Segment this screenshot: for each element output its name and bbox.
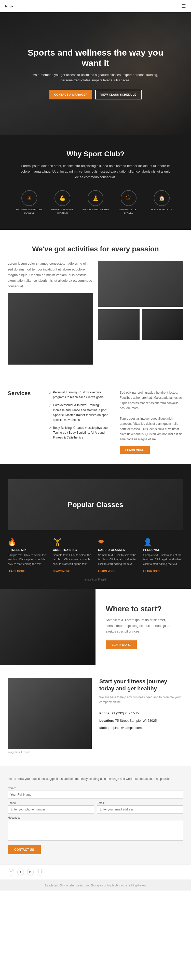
cardio-icon: ❤	[98, 538, 138, 546]
classes-grid: 🔥 FITNESS MIX Sample text. Click to sele…	[8, 538, 183, 573]
why-icons-row: ⊞ UNLIMITED SIGNATURE CLASSES 💪 EXPERT P…	[10, 190, 181, 215]
why-label-1: EXPERT PERSONAL TRAINING	[48, 208, 76, 215]
why-section: Why Sport Club? Lorem ipsum dolor sit am…	[0, 135, 191, 230]
cardio-learn[interactable]: LEARN MORE	[98, 570, 115, 573]
personal-learn[interactable]: LEARN MORE	[144, 570, 161, 573]
why-circle-4: 🏠	[154, 190, 170, 206]
google-plus-icon[interactable]: G+	[37, 869, 43, 875]
services-section: Services ✓ Personal Training: Custom exe…	[0, 380, 191, 464]
why-icon-item-3: 🏛 UNPARALLELLED SPACES	[115, 190, 143, 215]
start-image-credit: Image from Freepik	[8, 751, 92, 754]
service-item-0: ✓ Personal Training: Custom exercise pro…	[48, 390, 112, 400]
mail-value: template@sample.com	[108, 726, 142, 730]
services-learn-more-button[interactable]: LEARN MORE	[120, 446, 150, 454]
core-training-name: CORE TRAINING	[53, 548, 93, 552]
where-title: Where to start?	[106, 605, 181, 613]
personal-icon: 👤	[144, 538, 184, 546]
submit-button[interactable]: CONTACT US	[8, 845, 41, 854]
core-training-learn[interactable]: LEARN MORE	[53, 570, 70, 573]
check-icon-0: ✓	[48, 390, 51, 396]
form-phone-email-row: Phone: Email:	[8, 801, 183, 813]
why-circle-3: 🏛	[121, 190, 136, 206]
fitness-mix-name: FITNESS MIX	[8, 548, 48, 552]
contact-intro: Let us know your questions, suggestions …	[8, 776, 183, 781]
hero-title: Sports and wellness the way you want it	[21, 48, 170, 68]
email-field-input[interactable]	[97, 805, 183, 813]
where-image	[0, 589, 96, 665]
fitness-mix-learn[interactable]: LEARN MORE	[8, 570, 25, 573]
location-label: Location:	[99, 719, 114, 722]
services-title: Services	[8, 390, 41, 397]
facebook-icon[interactable]: f	[8, 869, 14, 875]
cardio-name: CARDIO CLASSES	[98, 548, 138, 552]
why-icon-item-4: 🏠 HOME WORKOUTS	[148, 190, 176, 215]
service-item-1: ✓ Cardiovascular & Interval Training: In…	[48, 403, 112, 422]
menu-icon[interactable]: ☰	[182, 3, 186, 9]
start-image-col: Image from Freepik	[8, 678, 92, 754]
activity-photo-sm-1	[98, 309, 140, 340]
class-cardio: ❤ CARDIO CLASSES Sample text. Click to s…	[98, 538, 138, 573]
start-content-col: Start your fitness journey today and get…	[99, 678, 183, 732]
check-icon-1: ✓	[48, 403, 51, 409]
popular-hero-img: Popular Classes	[8, 479, 183, 530]
why-circle-0: ⊞	[21, 190, 37, 206]
form-message-field: Message:	[8, 816, 183, 842]
hero-subtitle: As a member, you get access to unlimited…	[32, 72, 159, 83]
mail-row: Mail: template@sample.com	[99, 724, 183, 732]
where-section: Where to start? Sample text. Lorem ipsum…	[0, 589, 191, 665]
fitness-mix-desc: Sample text. Click to select the text bo…	[8, 553, 48, 566]
popular-title: Popular Classes	[68, 501, 123, 509]
view-schedule-button[interactable]: VIEW CLASS SCHEDULE	[95, 90, 142, 99]
footer-text: Sample text. Click to select the text bo…	[44, 884, 147, 887]
twitter-icon[interactable]: t	[17, 869, 24, 875]
why-circle-1: 💪	[55, 190, 70, 206]
class-fitness-mix: 🔥 FITNESS MIX Sample text. Click to sele…	[8, 538, 48, 573]
contact-manager-button[interactable]: CONTACT A MANAGER	[49, 90, 92, 99]
why-icon-item-0: ⊞ UNLIMITED SIGNATURE CLASSES	[15, 190, 43, 215]
services-desc-col: Sed pulvinar proin gravida hendrerit lec…	[120, 390, 183, 454]
core-training-desc: Sample text. Click to select the text bo…	[53, 553, 93, 566]
why-label-3: UNPARALLELLED SPACES	[115, 208, 143, 215]
service-item-2: ✓ Body Building: Creates muscle physique…	[48, 425, 112, 440]
activities-section: We've got activities for every passion L…	[0, 230, 191, 380]
activities-body: Lorem ipsum dolor sit amet, consectetur …	[8, 261, 93, 289]
class-core-training: 🏋 CORE TRAINING Sample text. Click to se…	[53, 538, 93, 573]
nav-logo: logo	[5, 4, 13, 8]
why-title: Why Sport Club?	[10, 150, 181, 158]
personal-desc: Sample text. Click to select the text bo…	[144, 553, 184, 566]
activities-title: We've got activities for every passion	[8, 245, 183, 253]
location-value: 75 Street Sample, WI 63025	[115, 719, 156, 722]
hero-buttons: CONTACT A MANAGER VIEW CLASS SCHEDULE	[21, 90, 170, 99]
check-icon-2: ✓	[48, 425, 51, 431]
phone-field-label: Phone:	[8, 801, 94, 804]
start-photo	[8, 678, 92, 749]
hero-content: Sports and wellness the way you want it …	[0, 37, 191, 109]
name-input[interactable]	[8, 791, 183, 799]
where-learn-more-button[interactable]: LEARN MORE	[106, 640, 137, 649]
form-name-row: Name:	[8, 786, 183, 799]
services-desc: Sed pulvinar proin gravida hendrerit lec…	[120, 390, 183, 442]
message-input[interactable]	[8, 820, 183, 840]
personal-name: PERSONAL	[144, 548, 184, 552]
services-title-col: Services	[8, 390, 41, 454]
where-body: Sample text. Lorem ipsum dolor sit amet,…	[106, 617, 181, 634]
phone-value: +1 (232) 252 55 22	[112, 711, 140, 715]
instagram-icon[interactable]: in	[27, 869, 34, 875]
name-label: Name:	[8, 786, 183, 789]
start-title: Start your fitness journey today and get…	[99, 678, 183, 692]
phone-field-input[interactable]	[8, 805, 94, 813]
services-list: ✓ Personal Training: Custom exercise pro…	[48, 390, 112, 440]
where-content: Where to start? Sample text. Lorem ipsum…	[96, 589, 191, 665]
start-sub: We are here to help any business need an…	[99, 695, 183, 705]
email-field-label: Email:	[97, 801, 183, 804]
service-text-0: Personal Training: Custom exercise progr…	[53, 390, 112, 400]
phone-row: Phone: +1 (232) 252 55 22	[99, 710, 183, 717]
why-label-2: PERSONALIZED PILATES	[82, 208, 109, 212]
why-icon-item-2: 🧘 PERSONALIZED PILATES	[82, 190, 109, 215]
footer: Sample text. Click to select the text bo…	[0, 880, 191, 891]
why-body: Lorem ipsum dolor sit amet, consectetur …	[19, 163, 172, 180]
popular-image-credit: Image from Freepik	[8, 578, 183, 581]
activities-right	[98, 261, 183, 364]
fitness-mix-icon: 🔥	[8, 538, 48, 546]
class-personal: 👤 PERSONAL Sample text. Click to select …	[144, 538, 184, 573]
